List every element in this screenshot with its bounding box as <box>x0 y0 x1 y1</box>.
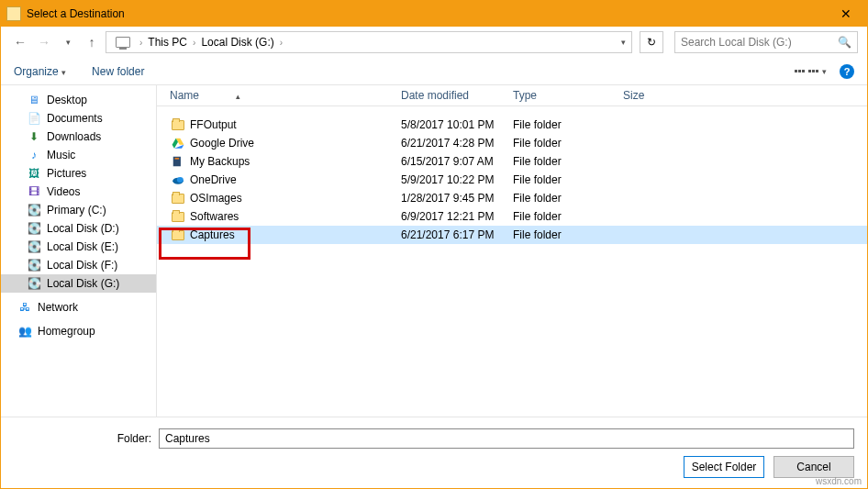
help-icon[interactable]: ? <box>840 64 854 79</box>
tree-disk-g[interactable]: 💽Local Disk (G:) <box>1 274 156 293</box>
close-icon[interactable]: ✕ <box>830 6 862 21</box>
column-type[interactable]: Type <box>513 89 623 102</box>
tree-documents[interactable]: 📄Documents <box>1 109 156 128</box>
column-size[interactable]: Size <box>623 89 696 102</box>
sort-indicator-icon: ▴ <box>236 92 240 101</box>
tree-pictures[interactable]: 🖼Pictures <box>1 164 156 183</box>
tree-primary-c[interactable]: 💽Primary (C:) <box>1 201 156 219</box>
dialog-window: Select a Destination ✕ ← → ▾ ↑ › This PC… <box>0 0 868 489</box>
folder-icon <box>172 120 184 130</box>
list-item[interactable]: FFOutput 5/8/2017 10:01 PM File folder <box>157 116 867 134</box>
onedrive-icon <box>170 172 186 187</box>
tree-homegroup[interactable]: 👥Homegroup <box>1 322 156 340</box>
search-input[interactable]: Search Local Disk (G:) 🔍 <box>674 31 858 53</box>
list-item[interactable]: OSImages 1/28/2017 9:45 PM File folder <box>157 189 867 207</box>
tree-desktop[interactable]: 🖥Desktop <box>1 91 156 109</box>
folder-icon <box>172 230 184 240</box>
tree-downloads[interactable]: ⬇Downloads <box>1 128 156 146</box>
back-icon[interactable]: ← <box>10 32 30 52</box>
toolbar: Organize ▾ New folder ▾ ? <box>1 58 867 85</box>
list-item[interactable]: Softwares 6/9/2017 12:21 PM File folder <box>157 207 867 226</box>
titlebar: Select a Destination ✕ <box>1 1 867 27</box>
chevron-down-icon[interactable]: ▾ <box>621 38 626 47</box>
window-title: Select a Destination <box>27 7 830 20</box>
list-item[interactable]: OneDrive 5/9/2017 10:22 PM File folder <box>157 171 867 189</box>
google-drive-icon <box>170 136 186 150</box>
footer: Folder: Select Folder Cancel <box>1 417 867 488</box>
folder-label: Folder: <box>14 432 151 445</box>
svg-point-6 <box>177 177 184 183</box>
file-list: Name▴ Date modified Type Size FFOutput 5… <box>157 85 867 417</box>
nav-tree: 🖥Desktop 📄Documents ⬇Downloads ♪Music 🖼P… <box>1 85 157 417</box>
recent-dropdown-icon[interactable]: ▾ <box>58 32 78 52</box>
list-item[interactable]: Google Drive 6/21/2017 4:28 PM File fold… <box>157 134 867 152</box>
nav-row: ← → ▾ ↑ › This PC › Local Disk (G:) › ▾ … <box>1 27 867 58</box>
search-placeholder: Search Local Disk (G:) <box>681 36 792 49</box>
select-folder-button[interactable]: Select Folder <box>684 456 764 478</box>
pc-icon <box>116 37 130 48</box>
tree-videos[interactable]: 🎞Videos <box>1 183 156 201</box>
tree-disk-d[interactable]: 💽Local Disk (D:) <box>1 219 156 238</box>
folder-icon <box>6 6 21 21</box>
organize-button[interactable]: Organize ▾ <box>14 65 66 78</box>
backup-icon <box>170 154 186 169</box>
forward-icon: → <box>34 32 54 52</box>
address-bar[interactable]: › This PC › Local Disk (G:) › ▾ <box>106 31 632 53</box>
tree-disk-f[interactable]: 💽Local Disk (F:) <box>1 256 156 274</box>
chevron-right-icon[interactable]: › <box>139 38 142 48</box>
tree-network[interactable]: 🖧Network <box>1 298 156 317</box>
breadcrumb-loc[interactable]: Local Disk (G:) <box>201 36 273 49</box>
watermark: wsxdn.com <box>816 476 862 486</box>
tree-music[interactable]: ♪Music <box>1 146 156 164</box>
folder-icon <box>172 194 184 204</box>
folder-input[interactable] <box>159 428 854 449</box>
list-item-selected[interactable]: Captures 6/21/2017 6:17 PM File folder <box>157 226 867 244</box>
chevron-right-icon[interactable]: › <box>193 38 195 48</box>
column-name[interactable]: Name▴ <box>166 89 401 102</box>
chevron-right-icon[interactable]: › <box>280 38 283 48</box>
folder-icon <box>172 212 184 222</box>
view-button[interactable]: ▾ <box>795 67 827 76</box>
new-folder-button[interactable]: New folder <box>92 65 144 78</box>
search-icon: 🔍 <box>838 36 851 49</box>
column-date[interactable]: Date modified <box>401 89 513 102</box>
breadcrumb-root[interactable]: This PC <box>148 36 187 49</box>
column-header-row: Name▴ Date modified Type Size <box>157 85 867 106</box>
tree-disk-e[interactable]: 💽Local Disk (E:) <box>1 238 156 256</box>
svg-rect-4 <box>175 158 180 160</box>
list-item[interactable]: My Backups 6/15/2017 9:07 AM File folder <box>157 152 867 171</box>
up-icon[interactable]: ↑ <box>82 32 102 52</box>
cancel-button[interactable]: Cancel <box>773 456 854 478</box>
refresh-button[interactable]: ↻ <box>640 31 663 53</box>
